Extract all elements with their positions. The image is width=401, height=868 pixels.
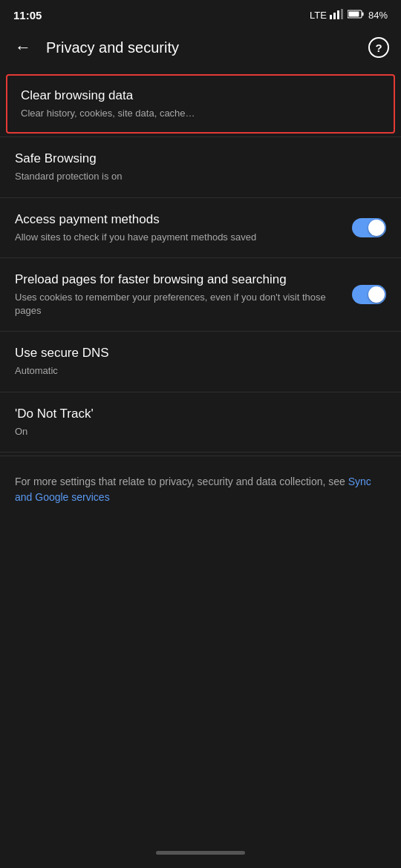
settings-list: Clear browsing data Clear history, cooki… [0, 71, 401, 529]
preload-pages-toggle-container [352, 285, 386, 304]
secure-dns-subtitle: Automatic [15, 364, 386, 378]
nav-pill [156, 851, 245, 855]
preload-pages-title: Preload pages for faster browsing and se… [15, 272, 343, 288]
svg-rect-0 [330, 15, 332, 19]
payment-methods-toggle[interactable] [352, 218, 386, 237]
battery-icon [348, 10, 364, 21]
help-button[interactable]: ? [368, 37, 389, 58]
settings-item-safe-browsing[interactable]: Safe Browsing Standard protection is on [0, 137, 401, 197]
settings-item-payment-methods[interactable]: Access payment methods Allow sites to ch… [0, 198, 401, 258]
clear-browsing-title: Clear browsing data [21, 88, 380, 104]
payment-methods-title: Access payment methods [15, 211, 343, 228]
status-bar: 11:05 LTE 84% [0, 0, 401, 27]
svg-rect-5 [362, 12, 363, 16]
svg-rect-2 [337, 10, 339, 19]
back-button[interactable]: ← [12, 35, 34, 60]
footer-text: For more settings that relate to privacy… [15, 476, 348, 487]
footer-note: For more settings that relate to privacy… [0, 456, 401, 529]
network-icon: LTE [310, 10, 327, 21]
safe-browsing-title: Safe Browsing [15, 151, 386, 167]
toggle-knob-2 [368, 286, 385, 303]
status-icons: LTE 84% [310, 9, 388, 22]
do-not-track-title: 'Do Not Track' [15, 406, 386, 422]
svg-rect-6 [348, 11, 359, 16]
toggle-knob [368, 220, 385, 236]
page-title: Privacy and security [46, 39, 356, 56]
preload-pages-subtitle: Uses cookies to remember your preference… [15, 291, 343, 318]
payment-methods-toggle-container [352, 218, 386, 237]
preload-pages-toggle[interactable] [352, 285, 386, 304]
settings-item-preload-pages[interactable]: Preload pages for faster browsing and se… [0, 258, 401, 332]
app-bar: ← Privacy and security ? [0, 27, 401, 68]
bottom-nav-bar [0, 841, 401, 868]
settings-item-secure-dns[interactable]: Use secure DNS Automatic [0, 332, 401, 392]
svg-rect-3 [341, 9, 343, 19]
battery-percent: 84% [368, 10, 388, 21]
signal-icon [330, 9, 343, 22]
secure-dns-title: Use secure DNS [15, 345, 386, 361]
safe-browsing-subtitle: Standard protection is on [15, 170, 386, 183]
status-time: 11:05 [13, 9, 42, 22]
do-not-track-subtitle: On [15, 425, 386, 438]
payment-methods-subtitle: Allow sites to check if you have payment… [15, 231, 343, 244]
settings-item-clear-browsing-data[interactable]: Clear browsing data Clear history, cooki… [6, 74, 395, 134]
svg-rect-1 [333, 13, 336, 19]
clear-browsing-subtitle: Clear history, cookies, site data, cache… [21, 107, 380, 120]
settings-item-do-not-track[interactable]: 'Do Not Track' On [0, 392, 401, 453]
